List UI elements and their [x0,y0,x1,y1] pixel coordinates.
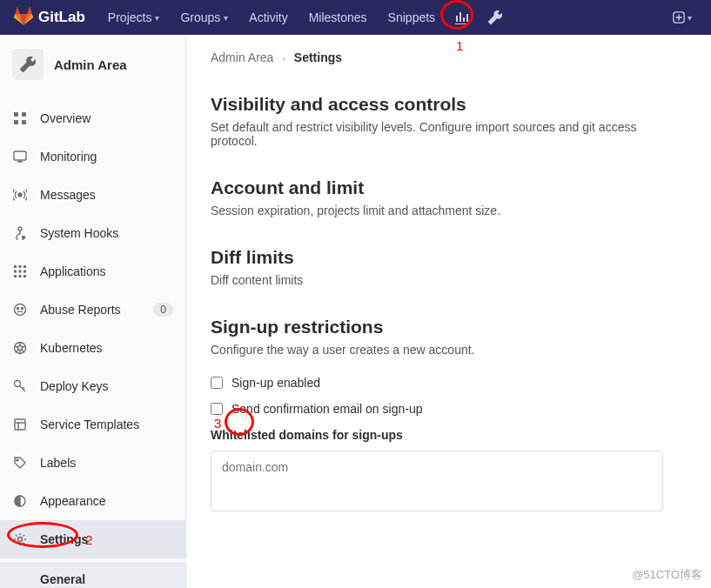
svg-point-6 [18,193,22,197]
section-diff: Diff limits Diff content limits [211,247,687,287]
svg-rect-3 [14,120,18,124]
chevron-down-icon: ▾ [224,13,228,23]
svg-point-20 [22,308,23,310]
nav-groups[interactable]: Groups▾ [171,0,237,35]
nav-snippets[interactable]: Snippets [379,0,444,35]
section-title: Diff limits [211,247,687,268]
checkbox-label: Send confirmation email on sign-up [231,402,422,416]
section-account: Account and limit Session expiration, pr… [211,177,687,217]
svg-rect-14 [23,271,26,273]
sidebar-item-monitoring[interactable]: Monitoring [0,137,185,176]
whitelist-domains-input[interactable] [211,451,663,511]
breadcrumb: Admin Area › Settings [211,50,687,64]
watermark: @51CTO博客 [632,567,702,583]
activity-chart-icon[interactable] [447,0,477,35]
sidebar-item-kubernetes[interactable]: Kubernetes [0,329,185,367]
checkbox-label: Sign-up enabled [231,376,320,390]
template-icon [12,418,28,431]
main-content: Admin Area › Settings Visibility and acc… [186,35,711,588]
whitelist-label: Whitelisted domains for sign-ups [211,428,687,442]
section-desc: Configure the way a user creates a new a… [211,343,687,357]
svg-point-8 [23,237,25,239]
monitor-icon [12,150,28,164]
nav-milestones[interactable]: Milestones [300,0,376,35]
brand-text: GitLab [38,9,85,26]
svg-rect-2 [22,112,26,117]
svg-rect-1 [14,112,18,117]
sidebar-item-settings[interactable]: Settings [0,520,185,558]
svg-rect-5 [14,151,26,160]
svg-rect-10 [19,265,22,268]
signup-enabled-row[interactable]: Sign-up enabled [211,376,687,390]
sidebar-item-service-templates[interactable]: Service Templates [0,405,185,444]
sidebar-item-appearance[interactable]: Appearance [0,482,185,520]
annotation-label-3: 3 [214,416,221,431]
labels-icon [12,456,28,470]
chevron-right-icon: › [282,53,285,63]
sidebar-item-messages[interactable]: Messages [0,176,185,214]
hook-icon [12,226,28,240]
svg-rect-13 [19,271,22,273]
kubernetes-icon [12,341,28,355]
gear-icon [12,532,28,546]
sidebar-item-overview[interactable]: Overview [0,99,185,137]
svg-rect-15 [14,275,17,277]
breadcrumb-root[interactable]: Admin Area [211,50,273,64]
wrench-icon [12,49,44,80]
apps-icon [12,264,28,278]
sidebar-header[interactable]: Admin Area [0,35,185,96]
sidebar-title: Admin Area [54,57,127,72]
send-confirmation-row[interactable]: Send confirmation email on sign-up [211,402,687,416]
svg-point-18 [15,304,26,316]
svg-rect-9 [14,265,17,268]
section-desc: Set default and restrict visibility leve… [211,120,687,148]
svg-rect-4 [22,120,26,124]
sidebar-item-labels[interactable]: Labels [0,444,185,482]
key-icon [12,379,28,393]
new-dropdown-icon[interactable]: ▾ [667,0,697,35]
svg-rect-11 [23,265,26,268]
section-title: Account and limit [211,177,687,198]
section-title: Sign-up restrictions [211,317,687,337]
section-desc: Diff content limits [211,273,687,287]
svg-point-7 [18,227,22,231]
sidebar-subitem-general[interactable]: General [0,562,185,588]
section-title: Visibility and access controls [211,94,687,115]
gitlab-logo-icon [14,7,33,29]
sidebar-item-deploy-keys[interactable]: Deploy Keys [0,367,185,405]
breadcrumb-current: Settings [294,50,342,64]
sidebar-item-applications[interactable]: Applications [0,252,185,291]
sidebar-item-abuse-reports[interactable]: Abuse Reports0 [0,291,185,329]
section-desc: Session expiration, projects limit and a… [211,204,687,217]
annotation-label-1: 1 [456,38,463,53]
svg-point-25 [17,459,18,461]
annotation-label-2: 2 [85,532,92,547]
section-visibility: Visibility and access controls Set defau… [211,94,687,148]
admin-sidebar: Admin Area Overview Monitoring Messages … [0,35,186,588]
svg-point-19 [17,308,19,310]
send-confirmation-checkbox[interactable] [211,403,223,415]
abuse-count-badge: 0 [153,303,173,317]
admin-wrench-icon[interactable] [480,0,510,35]
svg-rect-24 [15,419,25,430]
brand[interactable]: GitLab [14,7,85,29]
section-signup: Sign-up restrictions Configure the way a… [211,317,687,514]
chevron-down-icon: ▾ [688,13,692,23]
svg-rect-12 [14,271,17,273]
abuse-icon [12,303,28,317]
chevron-down-icon: ▾ [155,13,159,23]
broadcast-icon [12,188,28,202]
signup-enabled-checkbox[interactable] [211,377,223,389]
svg-rect-17 [23,275,26,277]
sidebar-item-system-hooks[interactable]: System Hooks [0,214,185,252]
svg-point-23 [15,381,21,387]
svg-point-27 [18,538,23,542]
nav-activity[interactable]: Activity [240,0,296,35]
global-header: GitLab Projects▾ Groups▾ Activity Milest… [0,0,711,35]
svg-rect-16 [19,275,22,277]
nav-projects[interactable]: Projects▾ [99,0,169,35]
overview-icon [12,111,28,125]
appearance-icon [12,494,28,508]
